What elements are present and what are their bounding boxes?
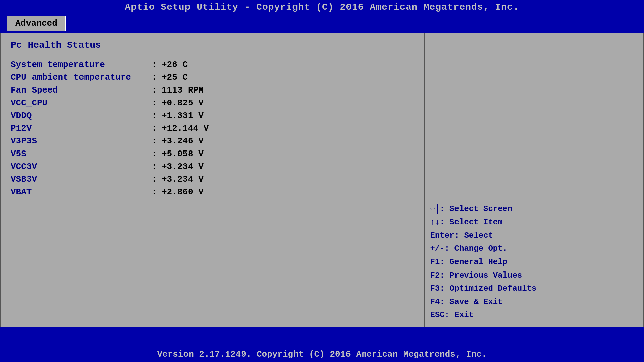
help-key: +/-:: [430, 244, 454, 253]
help-key: ↑↓:: [430, 218, 450, 227]
help-key: F2:: [430, 271, 450, 280]
help-key: Enter:: [430, 231, 464, 240]
help-desc: General Help: [449, 257, 507, 266]
left-panel: Pc Health Status System temperature: +26…: [1, 33, 425, 327]
help-desc: Optimized Defaults: [449, 284, 536, 293]
help-key: F3:: [430, 284, 450, 293]
sensor-label: VSB3V: [11, 174, 152, 184]
sensors-list: System temperature: +26 CCPU ambient tem…: [11, 60, 414, 197]
help-desc: Change Opt.: [454, 244, 507, 253]
sensor-separator: :: [152, 187, 162, 197]
section-title: Pc Health Status: [11, 40, 414, 50]
help-item: F4: Save & Exit: [430, 296, 638, 308]
tab-bar: Advanced: [0, 14, 644, 31]
tab-advanced[interactable]: Advanced: [7, 16, 66, 31]
footer: Version 2.17.1249. Copyright (C) 2016 Am…: [0, 347, 644, 362]
sensor-separator: :: [152, 111, 162, 121]
main-container: Pc Health Status System temperature: +26…: [0, 33, 644, 327]
right-panel: ↔│: Select Screen↑↓: Select ItemEnter: S…: [425, 33, 643, 327]
sensor-value: +3.234 V: [162, 162, 204, 172]
right-panel-top: [425, 33, 643, 199]
sensor-row: VSB3V: +3.234 V: [11, 174, 414, 184]
sensor-separator: :: [152, 162, 162, 172]
sensor-separator: :: [152, 98, 162, 108]
sensor-separator: :: [152, 60, 162, 70]
sensor-separator: :: [152, 174, 162, 184]
sensor-separator: :: [152, 72, 162, 82]
help-item: F1: General Help: [430, 256, 638, 268]
title-bar: Aptio Setup Utility - Copyright (C) 2016…: [0, 0, 644, 14]
help-key: ESC:: [430, 310, 454, 319]
sensor-row: VCC_CPU: +0.825 V: [11, 98, 414, 108]
sensor-row: V5S: +5.058 V: [11, 149, 414, 159]
sensor-label: VCC3V: [11, 162, 152, 172]
sensor-label: System temperature: [11, 60, 152, 70]
sensor-value: +12.144 V: [162, 123, 209, 133]
sensor-value: 1113 RPM: [162, 85, 204, 95]
sensor-separator: :: [152, 123, 162, 133]
sensor-value: +3.234 V: [162, 174, 204, 184]
sensor-label: V3P3S: [11, 136, 152, 146]
sensor-row: System temperature: +26 C: [11, 60, 414, 70]
sensor-separator: :: [152, 85, 162, 95]
sensor-row: VDDQ: +1.331 V: [11, 111, 414, 121]
help-desc: Select Screen: [449, 204, 512, 214]
sensor-label: P12V: [11, 123, 152, 133]
right-panel-help: ↔│: Select Screen↑↓: Select ItemEnter: S…: [425, 199, 643, 327]
sensor-separator: :: [152, 136, 162, 146]
sensor-value: +2.860 V: [162, 187, 204, 197]
help-desc: Exit: [454, 310, 474, 319]
sensor-row: VBAT: +2.860 V: [11, 187, 414, 197]
help-item: Enter: Select: [430, 230, 638, 241]
sensor-label: VCC_CPU: [11, 98, 152, 108]
sensor-value: +0.825 V: [162, 98, 204, 108]
help-desc: Select: [464, 231, 493, 240]
footer-text: Version 2.17.1249. Copyright (C) 2016 Am…: [157, 349, 487, 359]
sensor-label: Fan Speed: [11, 85, 152, 95]
help-key: F1:: [430, 257, 450, 266]
help-key: F4:: [430, 297, 450, 306]
sensor-value: +26 C: [162, 60, 188, 70]
sensor-value: +1.331 V: [162, 111, 204, 121]
sensor-label: VBAT: [11, 187, 152, 197]
sensor-row: Fan Speed: 1113 RPM: [11, 85, 414, 95]
help-item: F2: Previous Values: [430, 270, 638, 281]
help-key: ↔│:: [430, 204, 450, 214]
sensor-value: +5.058 V: [162, 149, 204, 159]
help-desc: Save & Exit: [449, 297, 502, 306]
help-desc: Select Item: [449, 218, 502, 227]
sensor-row: CPU ambient temperature: +25 C: [11, 72, 414, 82]
help-item: +/-: Change Opt.: [430, 243, 638, 254]
help-item: ESC: Exit: [430, 309, 638, 321]
sensor-row: V3P3S: +3.246 V: [11, 136, 414, 146]
help-desc: Previous Values: [449, 271, 522, 280]
help-item: ↔│: Select Screen: [430, 203, 638, 215]
sensor-label: VDDQ: [11, 111, 152, 121]
sensor-row: VCC3V: +3.234 V: [11, 162, 414, 172]
help-item: ↑↓: Select Item: [430, 217, 638, 228]
sensor-value: +25 C: [162, 72, 188, 82]
sensor-label: CPU ambient temperature: [11, 72, 152, 82]
help-item: F3: Optimized Defaults: [430, 283, 638, 294]
sensor-value: +3.246 V: [162, 136, 204, 146]
sensor-row: P12V: +12.144 V: [11, 123, 414, 133]
sensor-separator: :: [152, 149, 162, 159]
title-text: Aptio Setup Utility - Copyright (C) 2016…: [125, 2, 519, 12]
sensor-label: V5S: [11, 149, 152, 159]
